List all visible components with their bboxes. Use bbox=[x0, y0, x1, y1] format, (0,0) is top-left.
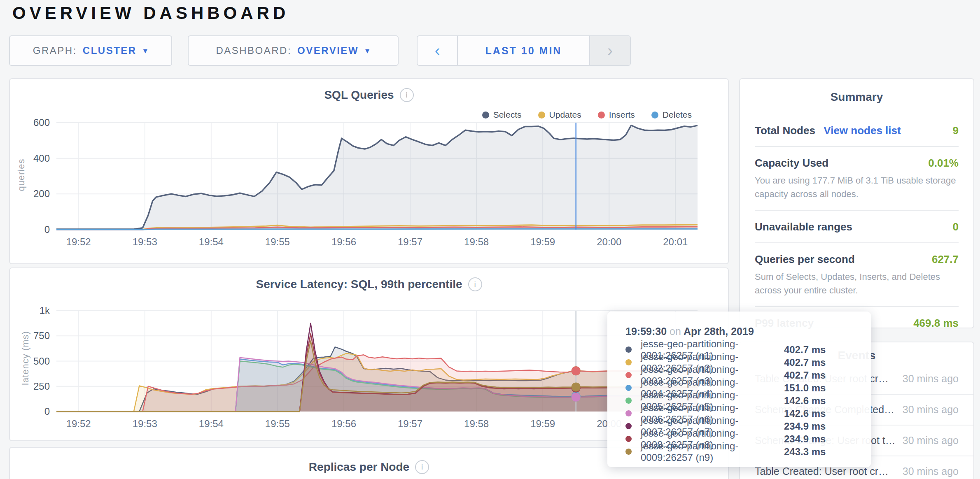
node-latency-value: 151.0 ms bbox=[784, 382, 826, 394]
capacity-label: Capacity Used bbox=[755, 157, 828, 170]
graph-dropdown-value: CLUSTER bbox=[83, 45, 137, 56]
node-color-dot-icon bbox=[625, 410, 632, 416]
node-latency-value: 142.6 ms bbox=[784, 408, 826, 419]
y-tick-label: 1k bbox=[40, 305, 50, 316]
event-time: 30 mins ago bbox=[897, 371, 959, 386]
sql-queries-panel: SQL Queries i SelectsUpdatesInsertsDelet… bbox=[9, 78, 729, 264]
x-tick-label: 19:56 bbox=[331, 236, 356, 247]
crosshair-dot bbox=[572, 366, 581, 375]
dashboard-dropdown-label: DASHBOARD: bbox=[216, 45, 292, 56]
node-name: jesse-geo-partitioning-0009:26257 (n9) bbox=[641, 440, 772, 463]
x-tick-label: 19:55 bbox=[265, 418, 290, 429]
y-tick-label: 0 bbox=[44, 406, 50, 417]
service-latency-chart[interactable]: 19:5219:5319:5419:5519:5619:5719:5819:59… bbox=[26, 307, 706, 433]
capacity-value: 0.01% bbox=[928, 157, 959, 170]
x-tick-label: 19:54 bbox=[199, 236, 224, 247]
view-nodes-list-link[interactable]: View nodes list bbox=[824, 124, 901, 137]
tooltip-rows: jesse-geo-partitioning-0001:26257 (n1)40… bbox=[625, 343, 871, 458]
node-latency-value: 402.7 ms bbox=[784, 344, 826, 356]
crosshair-dot bbox=[572, 393, 581, 402]
node-color-dot-icon bbox=[625, 346, 632, 353]
p99-latency-value: 469.8 ms bbox=[913, 317, 959, 330]
legend-dot-icon bbox=[651, 112, 658, 119]
overview-dashboard-page: { "page": {"title": "OVERVIEW DASHBOARD"… bbox=[0, 0, 980, 479]
info-icon[interactable]: i bbox=[415, 460, 429, 474]
total-nodes-label: Total Nodes bbox=[755, 124, 815, 137]
sql-queries-title: SQL Queries bbox=[324, 88, 394, 102]
node-color-dot-icon bbox=[625, 398, 632, 404]
chevron-down-icon: ▾ bbox=[143, 46, 149, 56]
qps-value: 627.7 bbox=[932, 253, 959, 266]
node-color-dot-icon bbox=[625, 385, 632, 391]
y-tick-label: 750 bbox=[33, 330, 50, 341]
total-nodes-value: 9 bbox=[953, 124, 959, 137]
time-range-picker: ‹ LAST 10 MIN › bbox=[417, 35, 631, 66]
x-tick-label: 19:53 bbox=[133, 236, 157, 247]
event-text: Table Created: User root cr… bbox=[755, 465, 889, 477]
event-time: 30 mins ago bbox=[897, 402, 959, 417]
node-latency-value: 243.3 ms bbox=[784, 446, 826, 458]
node-latency-value: 142.6 ms bbox=[784, 395, 826, 407]
info-icon[interactable]: i bbox=[468, 277, 482, 291]
x-tick-label: 19:58 bbox=[464, 236, 489, 247]
time-range-label[interactable]: LAST 10 MIN bbox=[458, 36, 589, 65]
chevron-down-icon: ▾ bbox=[365, 46, 371, 56]
x-tick-label: 19:59 bbox=[530, 418, 555, 429]
x-tick-label: 19:54 bbox=[199, 418, 224, 429]
page-title: OVERVIEW DASHBOARD bbox=[12, 3, 289, 23]
node-color-dot-icon bbox=[625, 372, 632, 378]
dashboard-dropdown-value: OVERVIEW bbox=[297, 45, 359, 56]
node-latency-value: 402.7 ms bbox=[784, 357, 826, 368]
summary-panel: Summary Total Nodes View nodes list 9 Ca… bbox=[739, 78, 974, 328]
node-color-dot-icon bbox=[625, 423, 632, 429]
time-next-button[interactable]: › bbox=[589, 36, 630, 65]
unavailable-ranges-value: 0 bbox=[953, 221, 959, 233]
y-tick-label: 250 bbox=[33, 381, 50, 392]
summary-row-qps: Queries per second 627.7 Sum of Selects,… bbox=[755, 243, 959, 307]
node-color-dot-icon bbox=[625, 359, 632, 365]
y-tick-label: 500 bbox=[33, 356, 50, 367]
series-Deletes bbox=[56, 229, 698, 230]
legend-dot-icon bbox=[482, 112, 489, 119]
x-tick-label: 19:56 bbox=[331, 418, 356, 429]
crosshair-dot bbox=[572, 382, 581, 391]
x-tick-label: 19:52 bbox=[66, 418, 91, 429]
node-latency-value: 234.9 ms bbox=[784, 433, 826, 445]
node-latency-value: 234.9 ms bbox=[784, 421, 826, 432]
event-time: 30 mins ago bbox=[897, 464, 959, 479]
qps-desc: Sum of Selects, Updates, Inserts, and De… bbox=[755, 270, 959, 297]
event-time: 30 mins ago bbox=[897, 433, 959, 448]
summary-row-total-nodes: Total Nodes View nodes list 9 bbox=[755, 114, 959, 147]
chart-hover-tooltip: 19:59:30 on Apr 28th, 2019 jesse-geo-par… bbox=[607, 312, 871, 467]
y-tick-label: 400 bbox=[33, 153, 50, 164]
x-tick-label: 20:01 bbox=[663, 236, 688, 247]
legend-dot-icon bbox=[598, 112, 605, 119]
tooltip-timestamp: 19:59:30 on Apr 28th, 2019 bbox=[625, 326, 871, 337]
summary-row-unavailable: Unavailable ranges 0 bbox=[755, 211, 959, 243]
x-tick-label: 19:57 bbox=[398, 236, 422, 247]
node-color-dot-icon bbox=[625, 449, 632, 455]
legend-dot-icon bbox=[538, 112, 545, 119]
x-tick-label: 19:59 bbox=[530, 236, 555, 247]
node-latency-value: 402.7 ms bbox=[784, 370, 826, 381]
graph-dropdown-label: GRAPH: bbox=[33, 45, 77, 56]
y-tick-label: 600 bbox=[33, 117, 50, 128]
x-tick-label: 19:53 bbox=[133, 418, 157, 429]
dashboard-dropdown[interactable]: DASHBOARD: OVERVIEW ▾ bbox=[188, 35, 399, 66]
qps-label: Queries per second bbox=[755, 253, 855, 266]
x-tick-label: 19:52 bbox=[66, 236, 91, 247]
info-icon[interactable]: i bbox=[400, 88, 414, 102]
x-tick-label: 19:57 bbox=[398, 418, 422, 429]
graph-dropdown[interactable]: GRAPH: CLUSTER ▾ bbox=[9, 35, 172, 66]
sql-queries-chart[interactable]: 19:5219:5319:5419:5519:5619:5719:5819:59… bbox=[26, 119, 706, 251]
tooltip-row: jesse-geo-partitioning-0009:26257 (n9)24… bbox=[625, 445, 871, 458]
summary-title: Summary bbox=[755, 91, 959, 104]
node-color-dot-icon bbox=[625, 436, 632, 442]
time-prev-button[interactable]: ‹ bbox=[418, 36, 458, 65]
x-tick-label: 19:55 bbox=[265, 236, 290, 247]
summary-row-capacity: Capacity Used 0.01% You are using 177.7 … bbox=[755, 147, 959, 211]
y-tick-label: 200 bbox=[33, 188, 50, 199]
service-latency-title: Service Latency: SQL, 99th percentile bbox=[256, 278, 462, 291]
y-tick-label: 0 bbox=[44, 224, 50, 235]
unavailable-ranges-label: Unavailable ranges bbox=[755, 221, 852, 233]
